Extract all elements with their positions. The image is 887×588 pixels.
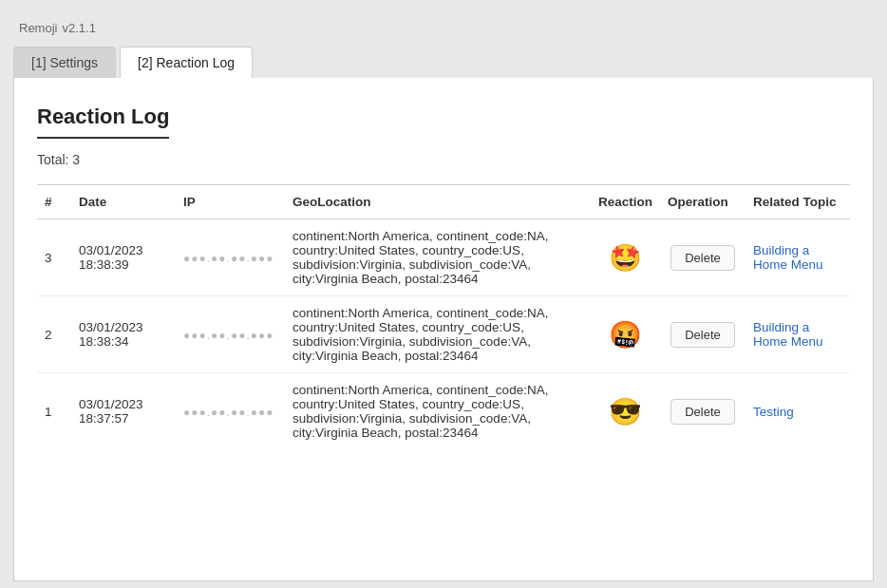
cell-reaction: 🤩 <box>591 219 660 296</box>
cell-topic: Building a Home Menu <box>745 219 850 296</box>
cell-date: 03/01/202318:38:34 <box>71 296 176 373</box>
app-header: Remoji v2.1.1 <box>0 0 887 47</box>
cell-operation: Delete <box>660 373 745 450</box>
delete-button[interactable]: Delete <box>670 399 735 425</box>
app-title: Remoji v2.1.1 <box>19 17 96 36</box>
cell-ip: ●●●.●●.●●.●●● <box>176 373 285 450</box>
tab-reaction-log[interactable]: [2] Reaction Log <box>120 47 253 78</box>
main-panel: Reaction Log Total: 3 # Date IP GeoLocat… <box>13 78 874 581</box>
cell-num: 1 <box>37 373 71 450</box>
cell-date: 03/01/202318:38:39 <box>71 219 176 296</box>
topic-link[interactable]: Building a Home Menu <box>753 243 823 272</box>
tabs-bar: [1] Settings [2] Reaction Log <box>0 47 887 78</box>
cell-geo: continent:North America, continent_code:… <box>285 296 591 373</box>
cell-num: 3 <box>37 219 71 296</box>
col-header-operation: Operation <box>660 185 745 219</box>
cell-geo: continent:North America, continent_code:… <box>285 219 591 296</box>
col-header-reaction: Reaction <box>591 185 660 219</box>
col-header-date: Date <box>71 185 176 219</box>
cell-geo: continent:North America, continent_code:… <box>285 373 591 450</box>
delete-button[interactable]: Delete <box>670 245 735 271</box>
cell-ip: ●●●.●●.●●.●●● <box>176 296 285 373</box>
topic-link[interactable]: Building a Home Menu <box>753 320 823 349</box>
total-count: Total: 3 <box>37 152 850 167</box>
cell-reaction: 🤬 <box>591 296 660 373</box>
cell-topic: Building a Home Menu <box>745 296 850 373</box>
table-row: 1 03/01/202318:37:57 ●●●.●●.●●.●●● conti… <box>37 373 850 450</box>
cell-date: 03/01/202318:37:57 <box>71 373 176 450</box>
cell-operation: Delete <box>660 219 745 296</box>
topic-link[interactable]: Testing <box>753 405 794 419</box>
col-header-ip: IP <box>176 185 285 219</box>
cell-ip: ●●●.●●.●●.●●● <box>176 219 285 296</box>
col-header-topic: Related Topic <box>745 185 850 219</box>
delete-button[interactable]: Delete <box>670 322 735 348</box>
cell-num: 2 <box>37 296 71 373</box>
reaction-log-table: # Date IP GeoLocation Reaction Operation… <box>37 184 850 449</box>
section-title: Reaction Log <box>37 104 169 139</box>
cell-reaction: 😎 <box>591 373 660 450</box>
tab-settings[interactable]: [1] Settings <box>13 47 116 78</box>
table-row: 2 03/01/202318:38:34 ●●●.●●.●●.●●● conti… <box>37 296 850 373</box>
col-header-geo: GeoLocation <box>285 185 591 219</box>
cell-topic: Testing <box>745 373 850 450</box>
col-header-num: # <box>37 185 71 219</box>
table-row: 3 03/01/202318:38:39 ●●●.●●.●●.●●● conti… <box>37 219 850 296</box>
cell-operation: Delete <box>660 296 745 373</box>
